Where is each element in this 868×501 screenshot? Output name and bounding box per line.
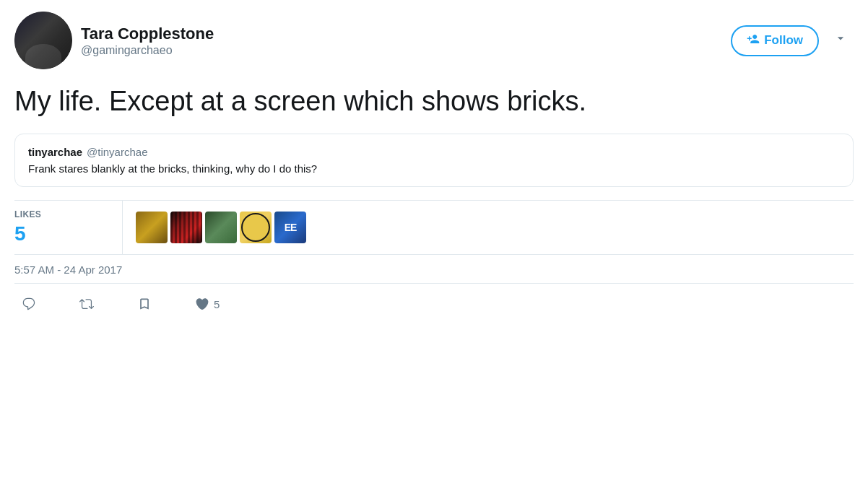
liker-avatar-3[interactable] <box>205 212 237 243</box>
follow-icon <box>747 32 760 49</box>
tweet-actions: 5 <box>14 291 854 323</box>
liker-avatar-2[interactable] <box>170 212 202 243</box>
likes-label: LIKES <box>14 209 108 219</box>
timestamp: 5:57 AM - 24 Apr 2017 <box>14 263 854 284</box>
username[interactable]: @gamingarchaeo <box>81 44 214 57</box>
quoted-tweet-text: Frank stares blankly at the bricks, thin… <box>28 162 840 175</box>
like-button[interactable]: 5 <box>195 297 220 311</box>
likes-avatars <box>123 201 306 254</box>
retweet-icon <box>79 297 94 311</box>
bookmark-button[interactable] <box>137 297 152 311</box>
follow-label: Follow <box>764 33 803 48</box>
chevron-down-button[interactable] <box>828 28 854 53</box>
user-info: Tara Copplestone @gamingarchaeo <box>81 24 214 58</box>
tweet-header: Tara Copplestone @gamingarchaeo Follow <box>14 12 854 69</box>
retweet-button[interactable] <box>79 297 94 311</box>
header-right: Follow <box>731 25 854 56</box>
heart-icon <box>195 297 209 311</box>
display-name: Tara Copplestone <box>81 24 214 45</box>
likes-count: 5 <box>14 222 108 245</box>
liker-avatar-4[interactable] <box>240 212 272 243</box>
quoted-display-name: tinyarchae <box>28 146 82 158</box>
like-count: 5 <box>214 298 220 310</box>
bookmark-icon <box>137 297 152 311</box>
reply-button[interactable] <box>22 297 36 311</box>
tweet-header-left: Tara Copplestone @gamingarchaeo <box>14 12 214 69</box>
likes-left: LIKES 5 <box>14 201 123 254</box>
tweet-container: Tara Copplestone @gamingarchaeo Follow <box>0 0 868 323</box>
avatar[interactable] <box>14 12 72 69</box>
reply-icon <box>22 297 36 311</box>
follow-button[interactable]: Follow <box>731 25 819 56</box>
liker-avatar-5[interactable] <box>274 212 306 243</box>
liker-avatar-1[interactable] <box>136 212 168 243</box>
quoted-tweet[interactable]: tinyarchae @tinyarchae Frank stares blan… <box>14 134 854 187</box>
likes-section: LIKES 5 <box>14 200 854 255</box>
quoted-tweet-header: tinyarchae @tinyarchae <box>28 146 840 158</box>
quoted-username: @tinyarchae <box>87 146 147 158</box>
tweet-text: My life. Except at a screen which shows … <box>14 84 854 119</box>
